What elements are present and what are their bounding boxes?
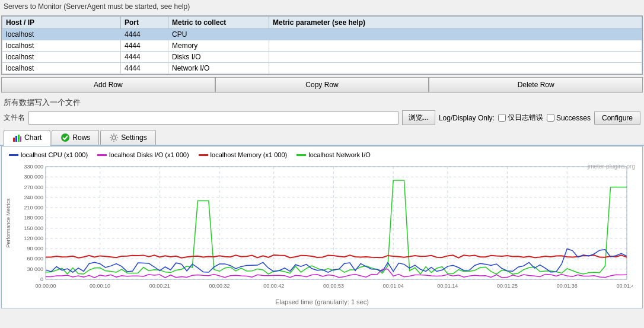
svg-text:00:01:25: 00:01:25 [497, 283, 518, 289]
log-display-label: Log/Display Only: [439, 114, 495, 122]
tab-rows-label: Rows [72, 133, 90, 142]
svg-text:180 000: 180 000 [24, 215, 43, 221]
cell-host: localhost [2, 52, 121, 63]
svg-text:00:01:14: 00:01:14 [437, 283, 458, 289]
cell-param [269, 40, 642, 52]
cell-port: 4444 [121, 52, 168, 63]
cell-metric: Network I/O [168, 63, 269, 74]
watermark: jmeter-plugins.org [588, 163, 635, 170]
svg-text:00:00:53: 00:00:53 [323, 283, 344, 289]
configure-button[interactable]: Configure [594, 112, 640, 125]
cell-param [269, 52, 642, 63]
svg-rect-1 [15, 136, 17, 142]
svg-text:120 000: 120 000 [24, 235, 43, 241]
cell-metric: CPU [168, 29, 269, 40]
legend-color [9, 154, 18, 156]
table-row[interactable]: localhost 4444 Memory [2, 40, 642, 52]
col-header-port: Port [121, 17, 168, 29]
rows-icon [60, 133, 70, 142]
server-table: Host / IP Port Metric to collect Metric … [2, 16, 642, 74]
svg-text:210 000: 210 000 [24, 205, 43, 211]
table-row[interactable]: localhost 4444 Network I/O [2, 63, 642, 74]
legend-item: localhost CPU (x1 000) [9, 151, 88, 158]
chart-legend: localhost CPU (x1 000) localhost Disks I… [4, 149, 640, 161]
file-section: 所有数据写入一个文件 文件名 浏览... Log/Display Only: 仅… [0, 95, 644, 128]
file-section-label: 所有数据写入一个文件 [4, 97, 640, 108]
svg-rect-53 [46, 167, 627, 279]
tab-chart-label: Chart [24, 133, 42, 142]
chart-area: localhost CPU (x1 000) localhost Disks I… [1, 146, 643, 308]
svg-text:00:00:32: 00:00:32 [209, 283, 230, 289]
delete-row-button[interactable]: Delete Row [429, 77, 643, 93]
successes-checkbox[interactable] [547, 114, 554, 122]
log-errors-label: 仅日志错误 [508, 113, 543, 123]
svg-text:60 000: 60 000 [27, 256, 43, 262]
legend-item: localhost Memory (x1 000) [199, 151, 288, 158]
cell-host: localhost [2, 40, 121, 52]
copy-row-button[interactable]: Copy Row [215, 77, 429, 93]
cell-port: 4444 [121, 63, 168, 74]
log-errors-checkbox-label[interactable]: 仅日志错误 [498, 113, 543, 123]
tab-settings[interactable]: Settings [100, 130, 155, 145]
server-table-wrapper: Host / IP Port Metric to collect Metric … [1, 15, 643, 75]
chart-wrapper: jmeter-plugins.org 030 00060 00090 00012… [4, 161, 640, 305]
successes-checkbox-label[interactable]: Successes [547, 114, 591, 122]
svg-text:0: 0 [40, 276, 43, 282]
col-header-metric: Metric to collect [168, 17, 269, 29]
legend-color [97, 154, 107, 156]
table-row[interactable]: localhost 4444 Disks I/O [2, 52, 642, 63]
cell-port: 4444 [121, 40, 168, 52]
file-name-input[interactable] [28, 112, 398, 125]
legend-label: localhost CPU (x1 000) [21, 151, 88, 158]
action-buttons-row: Add Row Copy Row Delete Row [1, 77, 643, 93]
svg-text:00:00:42: 00:00:42 [263, 283, 284, 289]
col-header-host: Host / IP [2, 17, 121, 29]
svg-text:Performance Metrics: Performance Metrics [5, 198, 11, 248]
cell-host: localhost [2, 63, 121, 74]
tab-rows[interactable]: Rows [52, 130, 99, 145]
x-axis-label: Elapsed time (granularity: 1 sec) [4, 298, 640, 305]
cell-metric: Disks I/O [168, 52, 269, 63]
cell-port: 4444 [121, 29, 168, 40]
col-header-param: Metric parameter (see help) [269, 17, 642, 29]
svg-text:00:01:47: 00:01:47 [616, 283, 633, 289]
add-row-button[interactable]: Add Row [1, 77, 215, 93]
legend-color [199, 154, 208, 156]
svg-text:00:00:10: 00:00:10 [90, 283, 110, 289]
header-section: Servers to Monitor (ServerAgent must be … [0, 0, 644, 15]
successes-label: Successes [556, 114, 591, 122]
svg-text:240 000: 240 000 [24, 195, 43, 200]
svg-text:90 000: 90 000 [27, 246, 43, 251]
file-row: 文件名 浏览... Log/Display Only: 仅日志错误 Succes… [4, 110, 640, 125]
table-row[interactable]: localhost 4444 CPU [2, 29, 642, 40]
svg-text:150 000: 150 000 [24, 225, 43, 231]
svg-text:00:00:00: 00:00:00 [35, 283, 56, 289]
svg-text:00:01:04: 00:01:04 [383, 283, 404, 289]
svg-text:00:00:21: 00:00:21 [149, 283, 170, 289]
main-container: Servers to Monitor (ServerAgent must be … [0, 0, 644, 308]
file-name-label: 文件名 [4, 113, 25, 123]
tabs-container: Chart Rows Settings [0, 128, 644, 146]
svg-rect-3 [20, 136, 21, 142]
server-title: Servers to Monitor (ServerAgent must be … [4, 2, 640, 11]
legend-label: localhost Memory (x1 000) [211, 151, 288, 158]
svg-text:270 000: 270 000 [24, 184, 43, 190]
tab-chart[interactable]: Chart [4, 130, 50, 146]
cell-host: localhost [2, 29, 121, 40]
tab-settings-label: Settings [121, 133, 146, 142]
svg-point-5 [112, 136, 116, 139]
browse-button[interactable]: 浏览... [402, 110, 435, 125]
cell-param [269, 63, 642, 74]
svg-text:00:01:36: 00:01:36 [557, 283, 578, 289]
svg-point-4 [61, 133, 69, 142]
legend-item: localhost Disks I/O (x1 000) [97, 151, 189, 158]
settings-icon [109, 133, 119, 142]
chart-icon [12, 133, 22, 142]
cell-param [269, 29, 642, 40]
log-errors-checkbox[interactable] [498, 114, 506, 122]
svg-rect-2 [18, 135, 20, 142]
cell-metric: Memory [168, 40, 269, 52]
svg-rect-0 [13, 138, 15, 142]
svg-text:330 000: 330 000 [24, 164, 43, 170]
svg-text:300 000: 300 000 [24, 174, 43, 180]
